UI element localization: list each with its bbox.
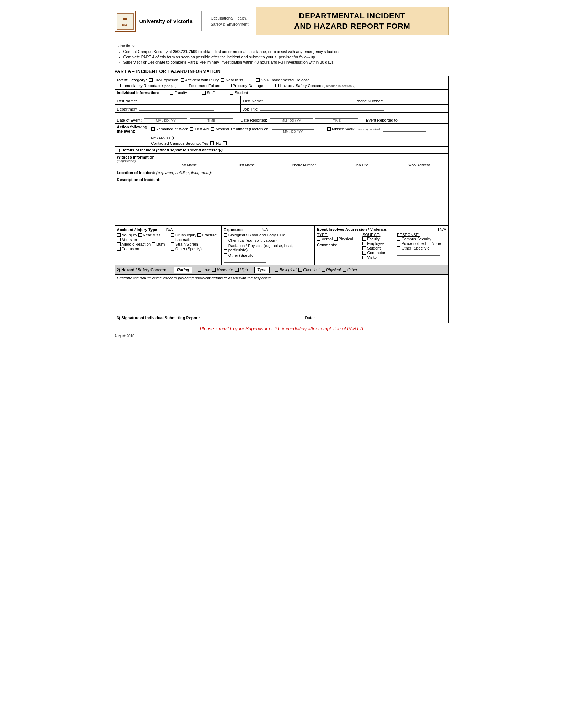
date-of-event-field[interactable] (144, 114, 187, 119)
chemical-type-checkbox[interactable] (298, 268, 302, 272)
spill-checkbox[interactable] (256, 78, 260, 82)
police-response-option[interactable]: Police notified (397, 241, 426, 246)
witness-first-name-field[interactable] (218, 155, 272, 160)
high-rating-option[interactable]: High (235, 268, 248, 272)
witness-jobtitle-field[interactable] (332, 155, 386, 160)
medical-treatment-checkbox[interactable] (211, 127, 214, 131)
crush-option[interactable]: Crush Injury (171, 233, 196, 237)
signature-field[interactable] (201, 314, 287, 319)
immediately-reportable-checkbox[interactable] (117, 84, 121, 87)
other-exposure-field[interactable] (224, 258, 266, 263)
exposure-na-option[interactable]: N/A (257, 227, 268, 231)
physical-type-checkbox[interactable] (322, 268, 325, 272)
date-signed-field[interactable] (316, 314, 373, 319)
missed-work-option[interactable]: Missed Work (Last day worked: (327, 127, 381, 131)
other-injury-field[interactable] (171, 251, 213, 256)
faculty-checkbox[interactable] (170, 91, 173, 95)
contacted-no-checkbox[interactable] (223, 141, 227, 145)
job-title-field[interactable] (260, 106, 384, 111)
near-miss-option[interactable]: Near Miss (221, 78, 243, 82)
first-name-field[interactable] (264, 97, 328, 102)
verbal-option[interactable]: Verbal (317, 237, 333, 241)
biological-option[interactable]: Biological / Blood and Body Fluid (224, 233, 286, 237)
location-field[interactable] (213, 169, 355, 174)
none-response-option[interactable]: None (427, 241, 441, 246)
high-rating-checkbox[interactable] (235, 268, 239, 272)
other-exposure-option[interactable]: Other (Specify): (224, 253, 256, 257)
department-field[interactable] (139, 106, 214, 111)
faculty-source-option[interactable]: Faculty (362, 237, 379, 241)
contractor-source-option[interactable]: Contractor (362, 251, 385, 255)
other-response-option[interactable]: Other (Specify): (397, 246, 429, 250)
witness-phone-field[interactable] (275, 155, 329, 160)
biological-type-checkbox[interactable] (275, 268, 278, 272)
remained-at-work-checkbox[interactable] (151, 127, 155, 131)
moderate-rating-checkbox[interactable] (212, 268, 216, 272)
fracture-option[interactable]: Fracture (197, 233, 217, 237)
immediately-reportable-option[interactable]: Immediately Reportable (see p.3) (117, 84, 177, 88)
near-miss-checkbox[interactable] (221, 78, 224, 82)
other-response-field[interactable] (397, 251, 440, 256)
other-injury-option[interactable]: Other (Specify): (171, 247, 203, 251)
visitor-source-option[interactable]: Visitor (362, 255, 378, 259)
event-reported-to-field[interactable] (402, 117, 444, 122)
burn-option[interactable]: Burn (152, 242, 165, 246)
abrasion-option[interactable]: Abrasion (117, 237, 137, 242)
date-reported-field[interactable] (270, 114, 313, 119)
laceration-option[interactable]: Laceration (171, 237, 193, 242)
spill-option[interactable]: Spill/Environmental Release (256, 78, 310, 82)
student-source-option[interactable]: Student (362, 246, 381, 250)
hazard-description-field[interactable] (117, 282, 446, 310)
witness-address-field[interactable] (389, 155, 443, 160)
other-type-option[interactable]: Other (343, 268, 357, 272)
radiation-option[interactable]: Radiation / Physical (e.g. noise, heat, … (224, 243, 313, 252)
last-name-field[interactable] (138, 97, 209, 102)
low-rating-checkbox[interactable] (198, 268, 201, 272)
fire-explosion-option[interactable]: Fire/Explosion (149, 78, 179, 82)
aggression-na-checkbox[interactable] (435, 228, 439, 231)
equipment-failure-option[interactable]: Equipment Failure (184, 84, 220, 88)
contacted-yes-checkbox[interactable] (210, 141, 214, 145)
time-reported-field[interactable] (315, 114, 358, 119)
chemical-type-option[interactable]: Chemical (298, 268, 319, 272)
witness-last-name-field[interactable] (161, 155, 216, 160)
biological-type-option[interactable]: Biological (275, 268, 296, 272)
accident-injury-checkbox[interactable] (181, 78, 184, 82)
injury-na-option[interactable]: N/A (162, 227, 173, 231)
aggression-comments-field[interactable] (317, 247, 360, 252)
chemical-option[interactable]: Chemical (e.g. spill, vapour) (224, 238, 277, 242)
description-field[interactable] (117, 182, 446, 224)
campus-security-response-option[interactable]: Campus Security (397, 237, 431, 241)
staff-option[interactable]: Staff (202, 91, 214, 95)
student-checkbox[interactable] (230, 91, 233, 95)
low-rating-option[interactable]: Low (198, 268, 209, 272)
missed-work-checkbox[interactable] (327, 127, 331, 131)
medical-treatment-option[interactable]: Medical Treatment (Doctor) on: (211, 127, 270, 131)
strain-option[interactable]: Strain/Sprain (171, 242, 198, 246)
first-aid-option[interactable]: First Aid (190, 127, 209, 131)
injury-na-checkbox[interactable] (162, 228, 165, 231)
medical-date-field[interactable] (272, 125, 314, 130)
property-damage-option[interactable]: Property Damage (228, 84, 263, 88)
other-type-checkbox[interactable] (343, 268, 346, 272)
staff-checkbox[interactable] (202, 91, 206, 95)
near-miss-injury-option[interactable]: Near Miss (138, 233, 161, 237)
equipment-failure-checkbox[interactable] (184, 84, 187, 87)
allergic-option[interactable]: Allergic Reaction (117, 242, 151, 246)
faculty-option[interactable]: Faculty (170, 91, 187, 95)
physical-type-option[interactable]: Physical (322, 268, 341, 272)
contusion-option[interactable]: Contusion (117, 247, 139, 251)
aggression-na-option[interactable]: N/A (435, 227, 446, 231)
phone-field[interactable] (384, 97, 430, 102)
exposure-na-checkbox[interactable] (257, 228, 260, 231)
remained-at-work-option[interactable]: Remained at Work (151, 127, 188, 131)
hazard-concern-option[interactable]: Hazard / Safety Concern (Describe in sec… (275, 84, 356, 88)
accident-injury-option[interactable]: Accident with Injury (181, 78, 219, 82)
employee-source-option[interactable]: Employee (362, 241, 384, 246)
fire-explosion-checkbox[interactable] (149, 78, 153, 82)
first-aid-checkbox[interactable] (190, 127, 193, 131)
hazard-concern-checkbox[interactable] (275, 84, 279, 87)
physical-option[interactable]: Physical (334, 237, 353, 241)
no-injury-option[interactable]: No Injury (117, 233, 137, 237)
moderate-rating-option[interactable]: Moderate (212, 268, 233, 272)
